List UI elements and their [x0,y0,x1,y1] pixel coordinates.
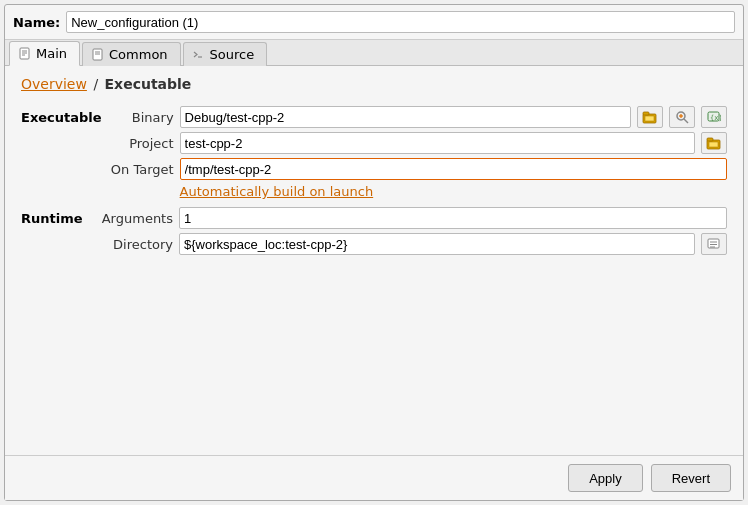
project-input[interactable] [180,132,695,154]
project-label: Project [102,136,174,151]
svg-rect-19 [709,142,718,147]
svg-text:{x}: {x} [710,114,721,122]
tab-main[interactable]: Main [9,41,80,66]
binary-search-button[interactable] [669,106,695,128]
directory-browse-button[interactable] [701,233,727,255]
binary-variables-button[interactable]: {x} [701,106,727,128]
on-target-row: On Target [102,158,727,180]
svg-rect-9 [643,112,649,115]
svg-line-12 [684,119,688,123]
apply-button[interactable]: Apply [568,464,643,492]
auto-build-link[interactable]: Automatically build on launch [180,184,727,199]
binary-label: Binary [102,110,174,125]
tabs-row: Main Common Source [5,40,743,66]
tab-source-label: Source [210,47,255,62]
executable-fields: Binary [102,106,727,199]
on-target-input[interactable] [180,158,727,180]
tab-source[interactable]: Source [183,42,268,66]
name-input[interactable] [66,11,735,33]
tab-common-label: Common [109,47,168,62]
directory-row: Directory [101,233,727,255]
tab-common[interactable]: Common [82,42,181,66]
svg-rect-18 [707,138,713,141]
tab-main-label: Main [36,46,67,61]
project-row: Project [102,132,727,154]
project-browse-button[interactable] [701,132,727,154]
arguments-input[interactable] [179,207,727,229]
executable-section: Executable Binary [21,106,727,199]
breadcrumb-current: Executable [105,76,192,92]
runtime-section-label: Runtime [21,207,101,255]
executable-section-label: Executable [21,106,102,199]
dialog: Name: Main [4,4,744,501]
directory-input[interactable] [179,233,695,255]
breadcrumb: Overview / Executable [21,76,727,92]
on-target-label: On Target [102,162,174,177]
arguments-row: Arguments [101,207,727,229]
content-area: Overview / Executable Executable Binary [5,66,743,455]
arguments-label: Arguments [101,211,173,226]
directory-label: Directory [101,237,173,252]
binary-row: Binary [102,106,727,128]
breadcrumb-separator: / [93,76,98,92]
footer: Apply Revert [5,455,743,500]
breadcrumb-link[interactable]: Overview [21,76,87,92]
source-tab-icon [192,48,206,62]
name-label: Name: [13,15,60,30]
name-row: Name: [5,5,743,40]
svg-rect-10 [645,116,654,121]
runtime-fields: Arguments Directory [101,207,727,255]
main-tab-icon [18,47,32,61]
binary-browse-button[interactable] [637,106,663,128]
revert-button[interactable]: Revert [651,464,731,492]
common-tab-icon [91,48,105,62]
binary-input[interactable] [180,106,631,128]
runtime-section: Runtime Arguments Directory [21,207,727,255]
